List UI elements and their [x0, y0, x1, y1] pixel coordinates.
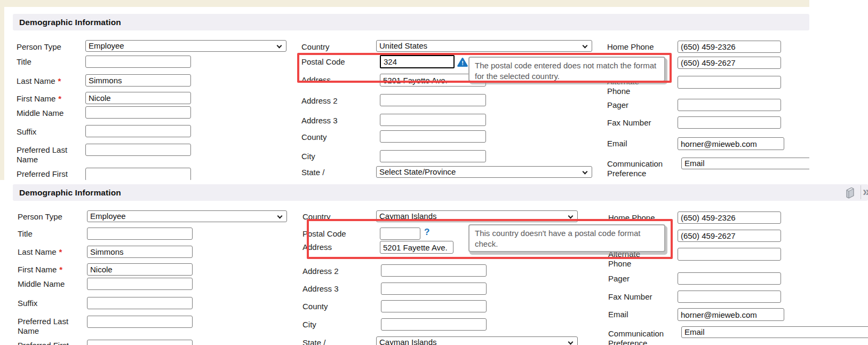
- county-field[interactable]: [381, 300, 487, 312]
- suffix-label: Suffix: [17, 127, 83, 137]
- postal-code-tooltip: The postal code entered does not match t…: [468, 57, 665, 82]
- email-field[interactable]: [678, 308, 784, 321]
- fax-number-field[interactable]: [678, 291, 781, 303]
- address3-field[interactable]: [380, 114, 486, 126]
- last-name-field[interactable]: [87, 246, 193, 258]
- country-select[interactable]: Cayman Islands: [376, 210, 578, 222]
- first-name-field[interactable]: [87, 263, 193, 276]
- chevron-down-icon: [568, 340, 574, 345]
- phone2-field[interactable]: [678, 57, 781, 69]
- preferred-first-name-label: Preferred First: [17, 169, 86, 179]
- pager-label: Pager: [607, 100, 674, 110]
- address-field[interactable]: [380, 241, 453, 254]
- home-phone-field[interactable]: [678, 211, 781, 224]
- postal-code-field[interactable]: [380, 55, 455, 68]
- person-type-select[interactable]: Employee: [87, 210, 287, 222]
- state-province-select[interactable]: Select State/Province: [376, 166, 592, 178]
- postal-code-label: Postal Code: [302, 229, 367, 239]
- double-chevron-icon[interactable]: »: [863, 185, 868, 198]
- home-phone-label: Home Phone: [608, 213, 675, 223]
- city-field[interactable]: [381, 318, 487, 331]
- person-type-select[interactable]: Employee: [85, 40, 286, 52]
- book-icon[interactable]: [844, 186, 856, 199]
- screenshot-top: Demographic Information Person Type Empl…: [0, 0, 809, 180]
- svg-text:!: !: [461, 60, 464, 66]
- required-asterisk: *: [59, 265, 62, 274]
- first-name-field[interactable]: [85, 92, 191, 104]
- chevron-down-icon: [568, 214, 574, 219]
- postal-code-field[interactable]: [380, 228, 420, 240]
- address-label: Address: [302, 242, 367, 252]
- suffix-field[interactable]: [87, 297, 193, 309]
- preferred-last-name-field[interactable]: [85, 144, 191, 156]
- postal-code-tooltip: This country doesn't have a postal code …: [468, 224, 665, 252]
- state-province-label: State /: [302, 338, 356, 345]
- warning-triangle-icon[interactable]: !: [457, 57, 468, 67]
- state-province-label: State /: [301, 168, 355, 177]
- title-field[interactable]: [85, 56, 191, 68]
- middle-name-field[interactable]: [85, 106, 191, 119]
- address-label: Address: [301, 75, 365, 85]
- suffix-label: Suffix: [18, 299, 84, 308]
- middle-name-field[interactable]: [87, 278, 193, 290]
- page: { "colors": { "annotation_red": "#ef4544…: [0, 0, 868, 345]
- preferred-first-name-field[interactable]: [87, 340, 193, 345]
- city-label: City: [302, 320, 367, 330]
- county-label: County: [302, 302, 367, 311]
- state-province-select[interactable]: Cayman Islands: [376, 336, 578, 345]
- postal-code-label: Postal Code: [301, 57, 365, 67]
- required-asterisk: *: [58, 94, 61, 103]
- email-field[interactable]: [678, 137, 784, 150]
- city-field[interactable]: [380, 150, 486, 162]
- panel-title: Demographic Information: [19, 188, 121, 198]
- alternate-phone-label: Alternate Phone: [608, 249, 656, 269]
- suffix-field[interactable]: [85, 125, 191, 137]
- communication-preference-label: Communication Preference: [608, 329, 678, 345]
- chevron-down-icon: [277, 214, 283, 219]
- address2-field[interactable]: [381, 264, 487, 277]
- browser-frame-strip: [0, 0, 809, 7]
- communication-preference-select[interactable]: Email: [681, 326, 868, 338]
- county-label: County: [301, 132, 365, 142]
- communication-preference-select[interactable]: Email: [681, 158, 809, 169]
- communication-preference-label: Communication Preference: [607, 159, 676, 178]
- alternate-phone-field[interactable]: [678, 76, 781, 89]
- address2-label: Address 2: [302, 266, 367, 276]
- country-select[interactable]: United States: [376, 40, 592, 52]
- address3-field[interactable]: [381, 283, 487, 295]
- middle-name-label: Middle Name: [18, 279, 84, 289]
- last-name-label: Last Name*: [17, 76, 89, 86]
- panel-title: Demographic Information: [19, 18, 121, 27]
- address2-field[interactable]: [380, 94, 486, 106]
- last-name-field[interactable]: [85, 74, 191, 87]
- page-left-margin: [0, 0, 4, 180]
- toolbar-divider: [861, 185, 861, 199]
- county-field[interactable]: [380, 130, 486, 143]
- preferred-last-name-field[interactable]: [87, 316, 193, 328]
- address3-label: Address 3: [302, 284, 367, 294]
- country-label: Country: [301, 42, 365, 52]
- required-asterisk: *: [59, 247, 62, 256]
- alternate-phone-field[interactable]: [678, 248, 781, 261]
- city-label: City: [301, 152, 365, 161]
- fax-number-label: Fax Number: [607, 118, 674, 128]
- required-asterisk: *: [58, 76, 61, 85]
- phone2-field[interactable]: [678, 230, 781, 242]
- title-field[interactable]: [87, 228, 193, 240]
- preferred-first-name-field[interactable]: [85, 168, 191, 180]
- home-phone-label: Home Phone: [607, 42, 674, 52]
- chevron-down-icon: [277, 43, 282, 49]
- email-label: Email: [607, 139, 674, 148]
- home-phone-field[interactable]: [678, 41, 781, 53]
- pager-field[interactable]: [678, 99, 781, 111]
- country-label: Country: [302, 212, 367, 222]
- fax-number-field[interactable]: [678, 116, 781, 129]
- pager-field[interactable]: [678, 272, 781, 285]
- email-label: Email: [608, 310, 675, 319]
- address2-label: Address 2: [301, 96, 365, 106]
- pager-label: Pager: [608, 274, 675, 284]
- person-type-label: Person Type: [17, 42, 83, 52]
- preferred-last-name-label: Preferred Last Name: [17, 145, 81, 164]
- question-mark-icon[interactable]: ?: [424, 227, 429, 238]
- fax-number-label: Fax Number: [608, 292, 675, 302]
